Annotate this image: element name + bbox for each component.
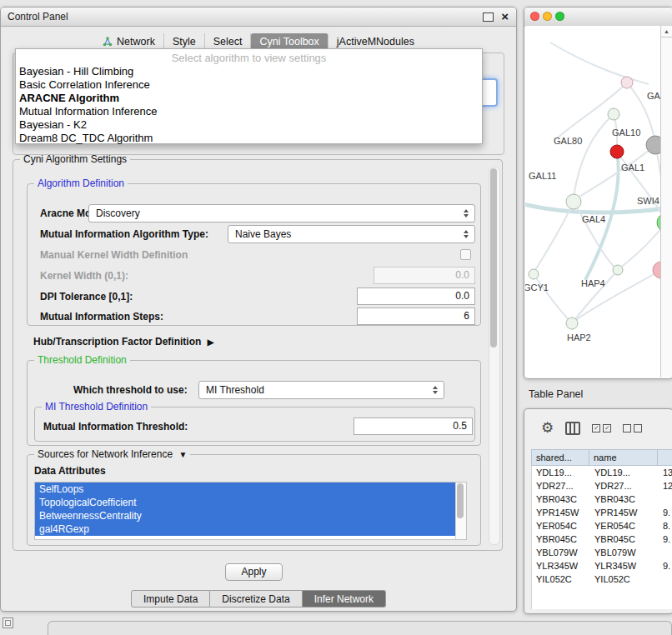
tab-cyni-toolbox[interactable]: Cyni Toolbox: [251, 33, 328, 50]
attribute-item[interactable]: gal4RGexp: [35, 522, 456, 536]
data-attributes-label: Data Attributes: [34, 462, 106, 480]
window-title: Control Panel: [8, 8, 68, 26]
algorithm-option[interactable]: Dream8 DC_TDC Algorithm: [16, 132, 482, 145]
apply-button[interactable]: Apply: [225, 563, 283, 581]
deselect-all-icon[interactable]: [623, 424, 642, 432]
table-row[interactable]: YBR043CYBR043C: [532, 492, 672, 506]
close-traffic-light[interactable]: [530, 12, 539, 21]
network-scrollbar[interactable]: ▲: [660, 26, 672, 378]
table-toolbar: ⚙ ✓ ✓: [524, 416, 672, 441]
tab-style[interactable]: Style: [164, 33, 205, 50]
attribute-item[interactable]: SelfLoops: [35, 482, 456, 496]
mi-threshold-group: MI Threshold Definition Mutual Informati…: [34, 407, 475, 442]
mi-algorithm-type-label: Mutual Information Algorithm Type:: [40, 225, 208, 243]
node-label: GAL1: [621, 162, 644, 172]
table-row[interactable]: YER054CYER054C8.: [532, 519, 672, 532]
node-label: GAL80: [554, 136, 582, 146]
table-row[interactable]: YPR145WYPR145W9.: [532, 506, 672, 519]
group-title: Cyni Algorithm Settings: [20, 153, 130, 165]
attribute-item[interactable]: BetweennessCentrality: [35, 509, 456, 522]
table-body: YDL19...YDL19...13 YDR27...YDR27...12 YB…: [531, 466, 672, 609]
tab-discretize-data[interactable]: Discretize Data: [210, 590, 302, 608]
tab-infer-network[interactable]: Infer Network: [303, 590, 386, 608]
tab-network[interactable]: Network: [94, 33, 164, 50]
network-node[interactable]: [566, 318, 578, 329]
table-row[interactable]: YBL079WYBL079W: [532, 546, 672, 559]
column-header[interactable]: [658, 449, 672, 466]
float-window-icon[interactable]: [483, 12, 494, 22]
network-node[interactable]: [613, 265, 623, 275]
network-icon: [103, 37, 113, 47]
algorithm-option[interactable]: Mutual Information Inference: [16, 105, 482, 118]
tab-select[interactable]: Select: [205, 33, 252, 50]
table-panel-title: Table Panel: [529, 388, 583, 400]
algorithm-option[interactable]: Basic Correlation Inference: [16, 78, 482, 92]
scroll-up-icon[interactable]: ▲: [661, 26, 672, 38]
cyni-algorithm-settings-group: Cyni Algorithm Settings Algorithm Defini…: [13, 159, 503, 551]
list-scrollbar[interactable]: [455, 482, 466, 539]
node-label: GAL4: [582, 214, 605, 224]
combo-arrows-icon: [459, 230, 472, 238]
group-title: Threshold Definition: [34, 354, 130, 366]
network-node[interactable]: [566, 194, 581, 209]
caret-down-icon: ▼: [178, 450, 187, 459]
table-row[interactable]: YIL052CYIL052C: [532, 572, 672, 586]
attribute-item[interactable]: TopologicalCoefficient: [35, 496, 456, 509]
algorithm-option-selected[interactable]: ARACNE Algorithm: [16, 92, 482, 105]
desktop: Control Panel × Network Style Selec: [0, 0, 672, 635]
which-threshold-combo[interactable]: MI Threshold: [198, 381, 444, 399]
select-all-icon[interactable]: ✓ ✓: [592, 424, 611, 432]
mi-steps-field[interactable]: 6: [357, 308, 475, 325]
mi-steps-label: Mutual Information Steps:: [40, 308, 163, 326]
zoom-traffic-light[interactable]: [555, 12, 564, 21]
sources-toggle[interactable]: Sources for Network Inference ▼: [34, 448, 190, 461]
network-node[interactable]: [608, 108, 619, 120]
column-header[interactable]: name: [589, 449, 658, 466]
collapsed-panel-icon[interactable]: [3, 618, 13, 628]
dropdown-placeholder: Select algorithm to view settings: [16, 51, 482, 65]
node-label: GAL10: [612, 128, 640, 138]
network-node[interactable]: [621, 77, 633, 88]
network-graph: GAL GAL80 GAL10 GAL11 GAL1 SWI4 GAL4 GCY…: [525, 26, 664, 378]
dpi-tolerance-field[interactable]: 0.0: [357, 288, 475, 305]
hub-definition-toggle[interactable]: Hub/Transcription Factor Definition ▶: [33, 335, 213, 349]
minimize-traffic-light[interactable]: [543, 12, 552, 21]
node-table: shared... name YDL19...YDL19...13 YDR27.…: [531, 449, 672, 609]
network-canvas[interactable]: GAL GAL80 GAL10 GAL11 GAL1 SWI4 GAL4 GCY…: [525, 26, 672, 378]
scrollbar-thumb[interactable]: [490, 168, 497, 348]
columns-icon[interactable]: [565, 422, 580, 435]
algorithm-definition-group: Algorithm Definition Aracne Mode: Discov…: [27, 183, 481, 326]
kernel-width-label: Kernel Width (0,1):: [40, 267, 128, 285]
algorithm-dropdown-popup: Select algorithm to view settings Bayesi…: [15, 48, 483, 144]
node-label: SWI4: [637, 196, 659, 206]
network-window-titlebar: [524, 8, 672, 27]
aracne-mode-combo[interactable]: Discovery: [88, 204, 475, 222]
network-node[interactable]: [529, 269, 539, 279]
table-row[interactable]: YDL19...YDL19...13: [532, 466, 672, 479]
manual-kernel-checkbox[interactable]: [460, 249, 471, 260]
attribute-list[interactable]: SelfLoops TopologicalCoefficient Between…: [34, 482, 467, 540]
algorithm-option[interactable]: Bayesian - K2: [16, 118, 482, 132]
kernel-width-field[interactable]: 0.0: [374, 267, 475, 284]
sources-group: Sources for Network Inference ▼ Data Att…: [27, 454, 481, 546]
node-label: GAL11: [529, 171, 556, 181]
network-node-red[interactable]: [610, 145, 624, 158]
scrollbar-thumb[interactable]: [457, 483, 464, 518]
node-label: HAP2: [567, 332, 591, 342]
table-row[interactable]: YBR045CYBR045C9.: [532, 532, 672, 546]
gear-icon[interactable]: ⚙: [541, 420, 554, 437]
settings-scrollbar[interactable]: [489, 167, 500, 545]
tab-impute-data[interactable]: Impute Data: [131, 590, 210, 608]
close-icon[interactable]: ×: [501, 8, 509, 26]
table-row[interactable]: YLR345WYLR345W9.: [532, 559, 672, 572]
group-title: MI Threshold Definition: [42, 401, 151, 412]
table-row[interactable]: YDR27...YDR27...12: [532, 479, 672, 492]
tab-jactivemnodules[interactable]: jActiveMNodules: [328, 33, 423, 50]
mi-threshold-field[interactable]: 0.5: [354, 418, 473, 435]
table-panel-window: ⚙ ✓ ✓ shared... name YDL19...YDL19...13 …: [524, 408, 672, 614]
mi-algorithm-type-combo[interactable]: Naive Bayes: [228, 225, 475, 243]
combo-arrows-icon: [429, 386, 441, 394]
caret-right-icon: ▶: [208, 338, 214, 347]
column-header[interactable]: shared...: [531, 449, 589, 466]
algorithm-option[interactable]: Bayesian - Hill Climbing: [16, 65, 482, 78]
